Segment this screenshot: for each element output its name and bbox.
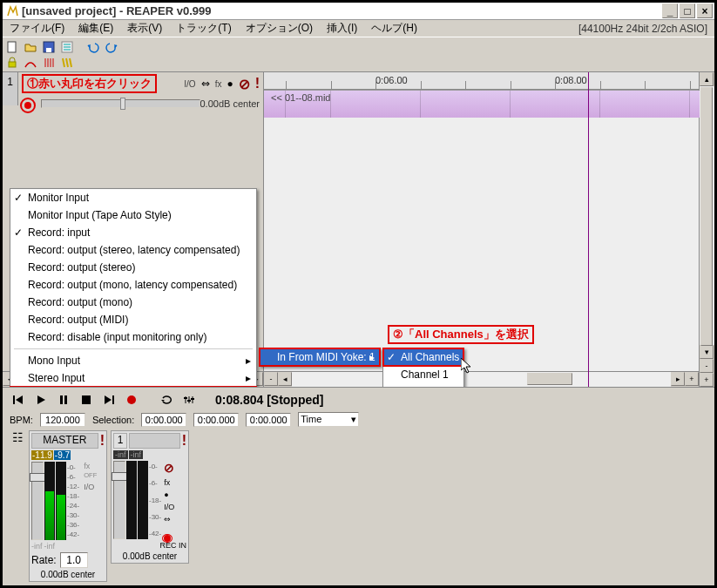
record-arm-button[interactable] (20, 98, 36, 113)
menu-help[interactable]: ヘルプ(H) (368, 19, 421, 37)
scroll-left-icon[interactable]: ◂ (278, 372, 292, 386)
save-icon[interactable] (41, 39, 57, 55)
time-unit-select[interactable]: Time▾ (298, 412, 359, 427)
stop-button[interactable] (78, 391, 95, 409)
ctx-record-disable[interactable]: Record: disable (input monitoring only) (10, 328, 256, 346)
track-header[interactable]: 1 ①赤い丸印を右クリック I/O ⇔ fx ● ⊘ ! (3, 72, 263, 105)
record-button[interactable] (123, 391, 140, 409)
menu-view[interactable]: 表示(V) (124, 19, 166, 37)
selection-end[interactable]: 0:00.000 (193, 413, 239, 427)
track-peak-left: -inf (113, 450, 128, 459)
ctx-record-input[interactable]: ✓Record: input (10, 224, 256, 241)
menu-edit[interactable]: 編集(E) (75, 19, 117, 37)
track-fader[interactable] (113, 461, 125, 539)
lock-icon[interactable] (4, 55, 20, 71)
bpm-label: BPM: (10, 415, 33, 425)
ctx-record-out-midi[interactable]: Record: output (MIDI) (10, 311, 256, 328)
selection-label: Selection: (92, 415, 134, 425)
minimize-button[interactable]: _ (662, 3, 678, 18)
zoom-in-v-icon[interactable]: + (700, 373, 714, 387)
track-volume-slider[interactable] (41, 99, 200, 108)
zoom-in-h-icon[interactable]: + (685, 372, 699, 386)
track-number[interactable]: 1 (3, 72, 18, 105)
svg-rect-21 (184, 397, 187, 399)
svg-point-17 (127, 395, 136, 404)
pause-button[interactable] (55, 391, 72, 409)
scroll-down-icon[interactable]: ▾ (700, 345, 714, 359)
track-io[interactable]: I/O (184, 79, 195, 89)
toolbar (3, 37, 714, 72)
ctx-stereo-input[interactable]: Stereo Input▸ (10, 369, 256, 387)
play-button[interactable] (32, 391, 50, 409)
close-button[interactable]: × (697, 3, 713, 18)
track-io[interactable]: I/O (164, 503, 176, 511)
options-icon[interactable] (180, 391, 198, 409)
open-icon[interactable] (23, 39, 38, 55)
master-label: MASTER (31, 433, 98, 449)
ctx-channel-1[interactable]: Channel 1 (383, 366, 463, 383)
settings-icon[interactable] (59, 39, 75, 55)
envelope-icon[interactable] (23, 55, 38, 71)
repeat-button[interactable] (158, 391, 175, 409)
ctx-channel-2[interactable]: Channel 2 (383, 383, 463, 387)
ctx-all-channels[interactable]: ✓All Channels (383, 348, 463, 366)
svg-rect-7 (9, 62, 16, 67)
ctx-monitor-tape[interactable]: Monitor Input (Tape Auto Style) (10, 206, 256, 224)
maximize-button[interactable]: □ (680, 3, 695, 18)
ripple-icon[interactable] (59, 55, 75, 71)
master-fx[interactable]: fxOFF (84, 462, 97, 479)
menu-insert[interactable]: 挿入(I) (323, 19, 361, 37)
rate-input[interactable]: 1.0 (60, 552, 88, 568)
mixer-track-num[interactable]: 1 (113, 433, 127, 449)
scroll-up-icon[interactable]: ▴ (700, 72, 714, 86)
track-fx[interactable]: fx (164, 478, 176, 487)
selection-start[interactable]: 0:00.000 (141, 413, 186, 427)
menu-file[interactable]: ファイル(F) (6, 19, 68, 37)
rec-in-label: REC IN (113, 541, 186, 550)
bpm-input[interactable]: 120.000 (40, 413, 85, 427)
mixer-settings-icon[interactable]: ☷ (10, 430, 25, 444)
ctx-record-out-mono-lc[interactable]: Record: output (mono, latency compensate… (10, 276, 256, 294)
ctx-mono-input[interactable]: Mono Input▸ (10, 352, 256, 369)
menu-options[interactable]: オプション(O) (242, 19, 316, 37)
ctx-record-out-stereo[interactable]: Record: output (stereo) (10, 259, 256, 276)
timeline-vscroll[interactable]: ▴ ▾ - + (699, 72, 714, 387)
goto-end-button[interactable] (100, 391, 118, 409)
zoom-out-v-icon[interactable]: - (700, 359, 714, 373)
track-readout: 0.00dB center (200, 98, 260, 109)
meter-scale: -0--6--12--18--24--30--36--42- (67, 462, 79, 540)
timeline-ruler[interactable]: 0:06.00 0:08.00 (264, 72, 699, 90)
ctx-record-out-mono[interactable]: Record: output (mono) (10, 294, 256, 311)
annotation-step2: ②「All Channels」を選択 (388, 325, 534, 344)
app-icon (6, 5, 18, 17)
track-fx-bypass-icon[interactable]: ● (164, 490, 176, 499)
ctx-midi-yoke-1[interactable]: In From MIDI Yoke: 1▸ (260, 348, 380, 366)
arrange-area: 1 ①赤い丸印を右クリック I/O ⇔ fx ● ⊘ ! (3, 72, 714, 387)
redo-icon[interactable] (104, 39, 119, 55)
menu-track[interactable]: トラック(T) (172, 19, 234, 37)
timeline-hscroll[interactable]: - ◂ ▸ + (264, 371, 699, 387)
track-fx[interactable]: fx (215, 79, 222, 89)
track-peak-right: -inf (129, 450, 144, 459)
ctx-record-out-stereo-lc[interactable]: Record: output (stereo, latency compensa… (10, 241, 256, 259)
phase-icon[interactable]: ⇔ (201, 78, 210, 90)
zoom-out-h-icon[interactable]: - (264, 372, 278, 386)
midi-clip[interactable]: << 01--08.mid (264, 90, 699, 118)
master-meter-left (44, 462, 55, 540)
undo-icon[interactable] (85, 39, 101, 55)
ctx-monitor-input[interactable]: ✓Monitor Input (10, 189, 256, 206)
track-meter-left (126, 461, 137, 539)
new-icon[interactable] (4, 39, 20, 55)
selection-length[interactable]: 0:00.000 (246, 413, 291, 427)
master-io[interactable]: I/O (84, 483, 97, 491)
edit-cursor[interactable] (588, 72, 589, 387)
svg-rect-14 (64, 395, 67, 404)
scroll-right-icon[interactable]: ▸ (671, 372, 685, 386)
svg-rect-0 (8, 42, 16, 52)
phase-icon[interactable]: ⇔ (164, 515, 176, 524)
master-fader[interactable] (31, 462, 44, 540)
grid-icon[interactable] (41, 55, 57, 71)
goto-start-button[interactable] (10, 391, 27, 409)
master-readout: 0.00dB center (31, 570, 105, 579)
fx-bypass-icon[interactable]: ● (227, 78, 233, 90)
